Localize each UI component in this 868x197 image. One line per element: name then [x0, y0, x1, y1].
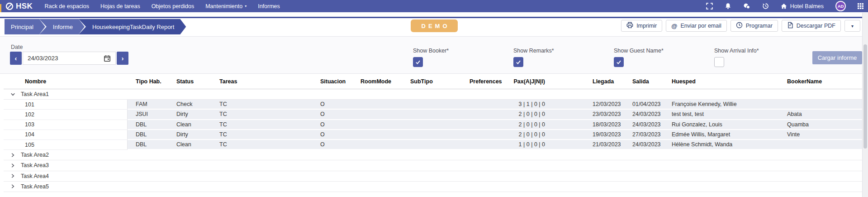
- next-day-button[interactable]: ›: [117, 52, 128, 65]
- load-report-button[interactable]: Cargar informe: [812, 51, 862, 64]
- cell-booker-name: Quamba: [785, 120, 864, 130]
- cell-salida: 01/04/2023: [629, 100, 667, 110]
- send-email-button[interactable]: @ Enviar por email: [666, 20, 727, 32]
- col-header-pax[interactable]: Pax(A|J|N|I): [511, 74, 547, 89]
- cell-room-mode: [358, 110, 407, 120]
- chevron-right-icon[interactable]: [10, 152, 16, 158]
- menu-item-mantenimiento[interactable]: Mantenimiento▾: [205, 3, 247, 10]
- menu-item-hojas-de-tareas[interactable]: Hojas de tareas: [100, 3, 140, 10]
- scroll-accent-strip: [0, 4, 1, 12]
- table-row-room-104[interactable]: 104DBLDirtyTCO2 | 0 | 0 | 019/03/202327/…: [4, 130, 864, 140]
- table-row-room-102[interactable]: 102JSUIDirtyTCO2 | 0 | 0 | 023/03/202324…: [4, 110, 864, 120]
- schedule-button[interactable]: Programar: [730, 20, 778, 32]
- breadcrumb-current-report[interactable]: HousekeepingTaskDaily Report: [79, 19, 186, 34]
- col-header-salida[interactable]: Salida: [629, 74, 667, 89]
- col-header-status[interactable]: Status: [171, 74, 214, 89]
- chevron-right-icon[interactable]: [10, 183, 16, 189]
- menu-item-objetos-perdidos[interactable]: Objetos perdidos: [152, 3, 194, 10]
- cell-room-mode: [358, 100, 407, 110]
- menu-item-rack-de-espacios[interactable]: Rack de espacios: [44, 3, 89, 10]
- download-options-dropdown-button[interactable]: ▾: [844, 20, 860, 32]
- table-body: Task Area1101FAMCheckTCO3 | 1 | 0 | 012/…: [4, 89, 864, 192]
- hsk-logo-icon: [5, 2, 14, 10]
- cell-tipo-hab: DBL: [128, 130, 171, 140]
- cell-huesped: test test, test: [667, 110, 785, 120]
- col-header-tipo-hab[interactable]: Tipo Hab.: [128, 74, 171, 89]
- cell-salida: 24/03/2023: [629, 120, 667, 130]
- col-header-situacion[interactable]: Situacion: [317, 74, 358, 89]
- show-arrival-info-label: Show Arrival Info*: [714, 48, 759, 54]
- cell-situacion: O: [317, 110, 358, 120]
- show-booker-checkbox[interactable]: [413, 57, 423, 67]
- apps-grid-icon[interactable]: [858, 3, 863, 9]
- chevron-right-icon[interactable]: [10, 163, 16, 168]
- breadcrumb-informe[interactable]: Informe: [39, 19, 85, 34]
- previous-day-button[interactable]: ‹: [10, 52, 22, 65]
- group-row-task-area4[interactable]: Task Area4: [4, 171, 864, 182]
- show-guest-name-checkbox[interactable]: [614, 57, 624, 67]
- group-row-task-area1[interactable]: Task Area1: [4, 89, 864, 100]
- report-toolbar: Imprimir @ Enviar por email Programar De…: [621, 20, 860, 32]
- col-header-preferences[interactable]: Preferences: [467, 74, 511, 89]
- printer-icon: [626, 22, 633, 30]
- col-header-tareas[interactable]: Tareas: [214, 74, 317, 89]
- chevron-down-icon[interactable]: [10, 91, 16, 97]
- cell-tipo-hab: DBL: [128, 140, 171, 150]
- cell-sub-tipo: [407, 110, 467, 120]
- date-value: 24/03/2023: [28, 55, 58, 62]
- show-remarks-filter: Show Remarks*: [513, 48, 554, 67]
- chevron-right-icon[interactable]: [10, 173, 16, 179]
- cell-situacion: O: [317, 140, 358, 150]
- group-row-task-area5[interactable]: Task Area5: [4, 182, 864, 192]
- cell-tipo-hab: FAM: [128, 100, 171, 110]
- print-button[interactable]: Imprimir: [621, 20, 662, 32]
- breadcrumb-principal[interactable]: Principal: [5, 19, 45, 34]
- show-remarks-checkbox[interactable]: [513, 57, 523, 67]
- scrollbar-thumb[interactable]: [863, 44, 867, 149]
- download-pdf-button[interactable]: Descargar PDF: [782, 20, 841, 32]
- hotel-selector[interactable]: Hotel Balmes: [781, 3, 824, 10]
- at-sign-icon: @: [671, 23, 677, 29]
- show-guest-name-filter: Show Guest Name*: [614, 48, 664, 67]
- fullscreen-icon[interactable]: [706, 3, 713, 10]
- cell-status: Clean: [171, 140, 214, 150]
- history-icon[interactable]: [762, 3, 769, 10]
- col-header-huesped[interactable]: Huesped: [667, 74, 785, 89]
- show-guest-name-label: Show Guest Name*: [614, 48, 664, 54]
- navbar-right-icons: Hotel Balmes AD: [706, 1, 868, 11]
- date-input[interactable]: 24/03/2023: [23, 52, 116, 65]
- calendar-icon[interactable]: [104, 55, 111, 62]
- cell-sub-tipo: [407, 140, 467, 150]
- table-row-room-101[interactable]: 101FAMCheckTCO3 | 1 | 0 | 012/03/202301/…: [4, 100, 864, 110]
- menu-item-informes[interactable]: Informes: [258, 3, 280, 10]
- table-row-room-103[interactable]: 103DBLCleanTCO2 | 0 | 0 | 018/03/202324/…: [4, 120, 864, 130]
- cell-tareas: TC: [214, 130, 317, 140]
- col-header-bookername[interactable]: BookerName: [785, 74, 864, 89]
- cell-tipo-hab: JSUI: [128, 110, 171, 120]
- show-booker-filter: Show Booker*: [413, 48, 449, 67]
- show-arrival-info-checkbox[interactable]: [714, 57, 724, 67]
- housekeeping-task-table: Nombre Tipo Hab. Status Tareas Situacion…: [4, 74, 864, 192]
- cell-status: Dirty: [171, 110, 214, 120]
- col-header-subtipo[interactable]: SubTipo: [407, 74, 467, 89]
- col-header-roommode[interactable]: RoomMode: [358, 74, 407, 89]
- group-label: Task Area4: [21, 173, 49, 179]
- cell-pax: 2 | 0 | 0 | 0: [511, 110, 547, 120]
- hsk-logo[interactable]: HSK: [5, 2, 33, 11]
- user-avatar[interactable]: AD: [835, 1, 846, 11]
- group-row-task-area3[interactable]: Task Area3: [4, 160, 864, 171]
- table-row-room-105[interactable]: 105DBLCleanTCO1 | 0 | 0 | 021/03/202324/…: [4, 140, 864, 150]
- cell-tareas: TC: [214, 120, 317, 130]
- notifications-bell-icon[interactable]: [725, 3, 731, 10]
- col-header-nombre[interactable]: Nombre: [4, 74, 128, 89]
- col-header-llegada[interactable]: Llegada: [547, 74, 629, 89]
- chat-messages-icon[interactable]: [743, 3, 750, 10]
- cell-huesped: Hélène Schmidt, Wanda: [667, 140, 785, 150]
- vertical-scrollbar[interactable]: [862, 13, 868, 197]
- cell-preferences: [467, 120, 511, 130]
- group-label: Task Area2: [21, 152, 49, 158]
- cell-pax: 2 | 0 | 0 | 0: [511, 120, 547, 130]
- show-booker-label: Show Booker*: [413, 48, 449, 54]
- cell-llegada: 18/03/2023: [547, 120, 629, 130]
- group-row-task-area2[interactable]: Task Area2: [4, 150, 864, 160]
